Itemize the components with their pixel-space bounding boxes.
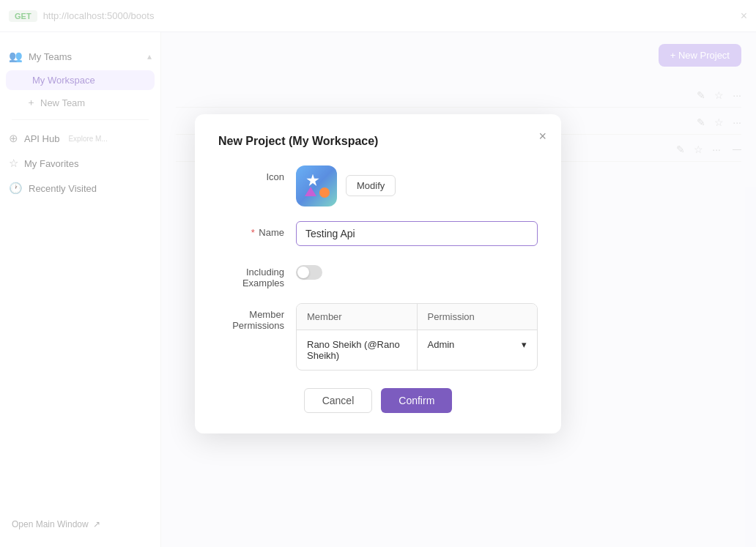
project-icon xyxy=(296,165,337,206)
modify-icon-button[interactable]: Modify xyxy=(346,175,396,196)
member-permissions-row: MemberPermissions Member Permission Rano… xyxy=(218,303,538,371)
including-examples-row: IncludingExamples xyxy=(218,261,538,289)
triangle-shape xyxy=(305,187,316,196)
member-permissions-field: Member Permission Rano Sheikh (@Rano She… xyxy=(296,303,538,371)
cancel-button[interactable]: Cancel xyxy=(304,388,373,413)
modal-close-button[interactable]: × xyxy=(538,129,546,144)
table-row: Rano Sheikh (@Rano Sheikh) Admin ▾ xyxy=(297,330,537,370)
modal-title: New Project (My Workspace) xyxy=(218,135,538,148)
name-field xyxy=(296,221,538,246)
permissions-table-header: Member Permission xyxy=(297,304,537,330)
name-label-text: Name xyxy=(259,227,284,238)
permission-value: Admin xyxy=(428,339,455,350)
icon-container: Modify xyxy=(296,165,538,206)
col-permission-header: Permission xyxy=(418,304,538,330)
member-permissions-label: MemberPermissions xyxy=(218,303,284,331)
including-examples-field xyxy=(296,261,538,280)
new-project-modal: New Project (My Workspace) × Icon Modify xyxy=(195,114,561,433)
star-shape xyxy=(306,174,319,187)
including-examples-text: IncludingExamples xyxy=(242,267,284,289)
permission-cell[interactable]: Admin ▾ xyxy=(418,330,538,370)
name-row: * Name xyxy=(218,221,538,246)
member-cell: Rano Sheikh (@Rano Sheikh) xyxy=(297,330,418,370)
member-name: Rano Sheikh (@Rano Sheikh) xyxy=(307,339,400,361)
chevron-down-icon: ▾ xyxy=(522,339,527,350)
name-label: * Name xyxy=(218,221,284,238)
col-member-header: Member xyxy=(297,304,418,330)
permission-select[interactable]: Admin ▾ xyxy=(428,339,527,350)
circle-shape xyxy=(319,187,330,198)
permissions-table: Member Permission Rano Sheikh (@Rano She… xyxy=(296,303,538,371)
including-examples-label: IncludingExamples xyxy=(218,261,284,289)
required-indicator: * xyxy=(251,227,255,238)
member-permissions-text: MemberPermissions xyxy=(232,309,284,331)
project-icon-inner xyxy=(303,173,330,199)
confirm-button[interactable]: Confirm xyxy=(381,388,452,413)
name-input[interactable] xyxy=(296,221,538,246)
icon-field: Modify xyxy=(296,165,538,206)
including-examples-toggle[interactable] xyxy=(296,265,322,280)
modal-overlay: New Project (My Workspace) × Icon Modify xyxy=(0,0,756,547)
modal-footer: Cancel Confirm xyxy=(218,388,538,413)
icon-row: Icon Modify xyxy=(218,165,538,206)
icon-label: Icon xyxy=(218,165,284,182)
